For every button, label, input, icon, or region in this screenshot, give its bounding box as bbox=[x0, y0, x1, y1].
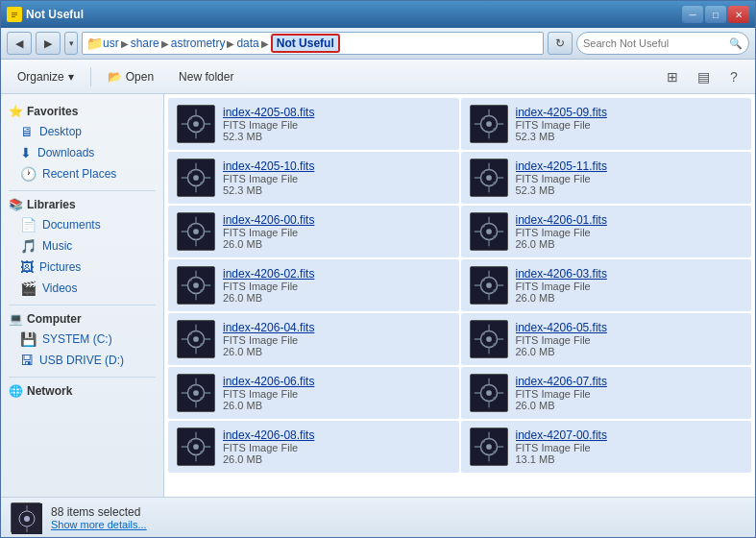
sidebar-item-recent[interactable]: 🕐 Recent Places bbox=[1, 163, 163, 184]
svg-point-65 bbox=[189, 279, 192, 281]
file-thumbnail bbox=[470, 266, 508, 305]
network-label: Network bbox=[27, 384, 72, 398]
file-type: FITS Image File bbox=[516, 334, 744, 346]
breadcrumb-data[interactable]: data bbox=[236, 37, 258, 50]
videos-icon: 🎬 bbox=[20, 281, 37, 296]
search-box: 🔍 bbox=[576, 32, 749, 55]
close-button[interactable]: ✕ bbox=[728, 6, 749, 23]
list-item[interactable]: index-4205-08.fits FITS Image File 52.3 … bbox=[168, 98, 459, 150]
file-area[interactable]: index-4205-08.fits FITS Image File 52.3 … bbox=[164, 94, 755, 497]
file-thumbnail bbox=[177, 105, 215, 143]
list-item[interactable]: index-4205-11.fits FITS Image File 52.3 … bbox=[461, 152, 752, 204]
list-item[interactable]: index-4206-02.fits FITS Image File 26.0 … bbox=[168, 259, 459, 311]
sidebar-item-documents[interactable]: 📄 Documents bbox=[1, 214, 163, 235]
svg-point-48 bbox=[200, 235, 203, 238]
svg-point-84 bbox=[200, 343, 203, 346]
file-type: FITS Image File bbox=[223, 227, 451, 238]
file-type: FITS Image File bbox=[223, 119, 451, 131]
minimize-button[interactable]: ─ bbox=[682, 6, 703, 23]
computer-header[interactable]: 💻 Computer bbox=[1, 309, 163, 329]
list-item[interactable]: index-4205-09.fits FITS Image File 52.3 … bbox=[461, 98, 752, 150]
status-count: 88 items selected bbox=[51, 505, 147, 519]
organize-button[interactable]: Organize ▾ bbox=[9, 63, 83, 90]
list-item[interactable]: index-4206-08.fits FITS Image File 26.0 … bbox=[168, 421, 459, 473]
network-icon: 🌐 bbox=[9, 384, 23, 398]
maximize-button[interactable]: □ bbox=[705, 6, 726, 23]
sidebar-item-pictures[interactable]: 🖼 Pictures bbox=[1, 257, 163, 278]
forward-button[interactable]: ▶ bbox=[36, 32, 61, 55]
svg-rect-2 bbox=[12, 14, 17, 15]
sidebar-item-usb[interactable]: 🖫 USB DRIVE (D:) bbox=[1, 350, 163, 371]
libraries-header[interactable]: 📚 Libraries bbox=[1, 195, 163, 214]
file-thumbnail bbox=[177, 266, 215, 305]
network-header[interactable]: 🌐 Network bbox=[1, 381, 163, 401]
file-size: 52.3 MB bbox=[516, 184, 744, 196]
list-item[interactable]: index-4206-04.fits FITS Image File 26.0 … bbox=[168, 313, 459, 365]
search-icon[interactable]: 🔍 bbox=[729, 37, 743, 50]
svg-point-24 bbox=[193, 175, 199, 181]
file-info: index-4206-03.fits FITS Image File 26.0 … bbox=[516, 267, 744, 304]
sidebar-item-desktop[interactable]: 🖥 Desktop bbox=[1, 121, 163, 142]
file-size: 52.3 MB bbox=[516, 131, 744, 142]
list-item[interactable]: index-4206-03.fits FITS Image File 26.0 … bbox=[461, 259, 752, 311]
file-size: 26.0 MB bbox=[516, 400, 744, 411]
file-thumbnail bbox=[177, 159, 215, 197]
file-name: index-4205-11.fits bbox=[516, 159, 744, 173]
list-item[interactable]: index-4206-06.fits FITS Image File 26.0 … bbox=[168, 367, 459, 419]
desktop-icon: 🖥 bbox=[20, 124, 34, 139]
list-item[interactable]: index-4207-00.fits FITS Image File 13.1 … bbox=[461, 421, 752, 473]
list-item[interactable]: index-4206-00.fits FITS Image File 26.0 … bbox=[168, 206, 459, 257]
file-info: index-4206-08.fits FITS Image File 26.0 … bbox=[223, 428, 451, 465]
list-item[interactable]: index-4206-05.fits FITS Image File 26.0 … bbox=[461, 313, 752, 365]
window-controls: ─ □ ✕ bbox=[682, 6, 749, 23]
file-size: 26.0 MB bbox=[223, 292, 451, 304]
svg-point-11 bbox=[189, 117, 192, 120]
help-button[interactable]: ? bbox=[720, 63, 747, 90]
svg-point-56 bbox=[481, 225, 484, 228]
file-size: 26.0 MB bbox=[223, 453, 451, 465]
file-thumbnail bbox=[470, 374, 508, 412]
back-button[interactable]: ◀ bbox=[7, 32, 32, 55]
refresh-button[interactable]: ↻ bbox=[548, 32, 573, 55]
computer-label: Computer bbox=[27, 312, 82, 326]
svg-rect-1 bbox=[12, 12, 17, 13]
favorites-header[interactable]: ⭐ Favorites bbox=[1, 102, 163, 121]
file-thumbnail bbox=[470, 320, 508, 358]
sidebar-item-system-c[interactable]: 💾 SYSTEM (C:) bbox=[1, 329, 163, 350]
file-info: index-4205-11.fits FITS Image File 52.3 … bbox=[516, 159, 744, 196]
preview-pane-button[interactable]: ▤ bbox=[690, 63, 717, 90]
breadcrumb-notuseful[interactable]: Not Useful bbox=[271, 34, 340, 53]
file-size: 26.0 MB bbox=[223, 346, 451, 357]
svg-point-93 bbox=[493, 343, 496, 346]
file-name: index-4206-06.fits bbox=[223, 375, 451, 388]
sidebar-item-downloads[interactable]: ⬇ Downloads bbox=[1, 142, 163, 163]
file-thumbnail bbox=[177, 320, 215, 358]
show-details-link[interactable]: Show more details... bbox=[51, 519, 147, 530]
star-icon: ⭐ bbox=[9, 105, 23, 118]
open-button[interactable]: 📂 Open bbox=[99, 63, 162, 90]
breadcrumb-usr[interactable]: usr bbox=[103, 37, 119, 50]
network-group: 🌐 Network bbox=[1, 381, 163, 401]
breadcrumb-share[interactable]: share bbox=[131, 37, 159, 50]
svg-point-123 bbox=[486, 444, 492, 450]
list-item[interactable]: index-4205-10.fits FITS Image File 52.3 … bbox=[168, 152, 459, 204]
nav-dropdown-button[interactable]: ▾ bbox=[64, 32, 78, 55]
change-view-button[interactable]: ⊞ bbox=[659, 63, 686, 90]
file-size: 26.0 MB bbox=[516, 292, 744, 304]
recent-icon: 🕐 bbox=[20, 166, 37, 182]
file-type: FITS Image File bbox=[516, 281, 744, 292]
breadcrumb-astrometry[interactable]: astrometry bbox=[171, 37, 226, 50]
sidebar: ⭐ Favorites 🖥 Desktop ⬇ Downloads 🕐 Rece… bbox=[1, 94, 164, 497]
sidebar-item-videos[interactable]: 🎬 Videos bbox=[1, 278, 163, 299]
favorites-label: Favorites bbox=[27, 105, 78, 118]
file-info: index-4206-02.fits FITS Image File 26.0 … bbox=[223, 267, 451, 304]
desktop-label: Desktop bbox=[39, 125, 82, 138]
svg-point-33 bbox=[486, 175, 492, 181]
list-item[interactable]: index-4206-01.fits FITS Image File 26.0 … bbox=[461, 206, 752, 257]
pictures-label: Pictures bbox=[39, 260, 81, 274]
search-input[interactable] bbox=[583, 37, 725, 49]
list-item[interactable]: index-4206-07.fits FITS Image File 26.0 … bbox=[461, 367, 752, 419]
computer-icon: 💻 bbox=[9, 312, 23, 326]
new-folder-button[interactable]: New folder bbox=[170, 63, 242, 90]
sidebar-item-music[interactable]: 🎵 Music bbox=[1, 235, 163, 257]
